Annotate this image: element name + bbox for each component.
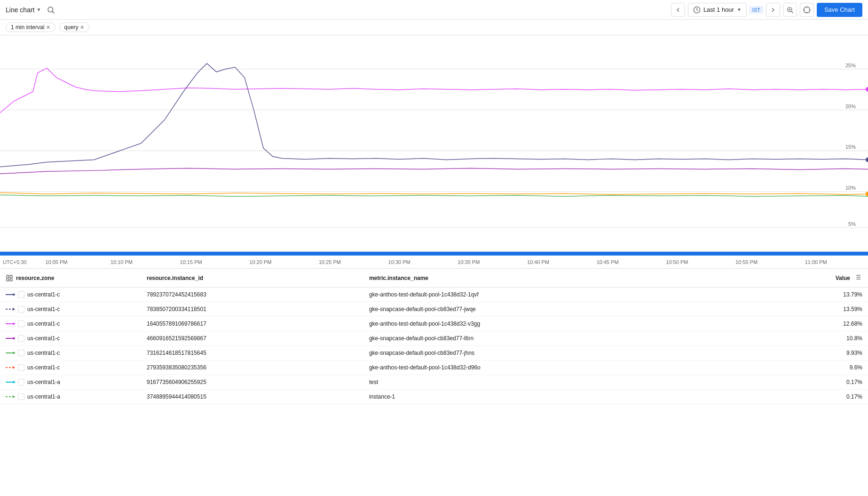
- cell-instance-id-2: 1640557891069786617: [141, 317, 363, 331]
- header-right: Last 1 hour ▼ IST Save Chart: [671, 3, 862, 17]
- svg-marker-44: [13, 352, 15, 354]
- cell-instance-name-5: gke-anthos-test-default-pool-1c438d32-d9…: [363, 360, 748, 375]
- cell-zone-2: us-central1-c: [27, 320, 60, 327]
- cell-controls-7: us-central1-a: [0, 390, 141, 404]
- timeline-handle[interactable]: [862, 252, 868, 256]
- cell-controls-1: us-central1-c: [0, 302, 141, 317]
- row-checkbox-6[interactable]: [18, 379, 24, 385]
- cell-instance-id-7: 3748895944414080515: [141, 390, 363, 404]
- row-checkbox-4[interactable]: [18, 350, 24, 356]
- save-chart-button[interactable]: Save Chart: [817, 3, 862, 17]
- zoom-button[interactable]: [783, 3, 797, 17]
- filter-chip-query-close[interactable]: ×: [80, 24, 84, 31]
- table-row: us-central1-c 7838507200334118501gke-sna…: [0, 302, 868, 317]
- row-checkbox-7[interactable]: [18, 393, 24, 400]
- line-chart-svg: 25% 20% 15% 10% 5%: [0, 35, 868, 251]
- cell-instance-id-0: 7892370724452415683: [141, 288, 363, 302]
- nav-prev-button[interactable]: [671, 3, 685, 17]
- cell-instance-name-6: test: [363, 375, 748, 390]
- line-style-icon: [6, 292, 15, 297]
- line-style-icon: [6, 365, 15, 370]
- time-range-label: Last 1 hour: [703, 6, 734, 13]
- search-icon: [47, 6, 55, 14]
- svg-marker-38: [13, 308, 15, 311]
- svg-marker-50: [13, 395, 15, 398]
- row-checkbox-2[interactable]: [18, 320, 24, 327]
- svg-text:25%: 25%: [845, 63, 856, 68]
- col-label-resource-zone: resource.zone: [16, 275, 54, 281]
- svg-marker-46: [13, 366, 15, 369]
- time-label-7: 10:35 PM: [458, 259, 480, 265]
- filter-chip-interval[interactable]: 1 min interval ×: [6, 23, 55, 32]
- svg-text:20%: 20%: [845, 104, 856, 109]
- filter-chip-interval-label: 1 min interval: [11, 24, 44, 31]
- col-header-value: Value: [748, 269, 868, 288]
- crosshair-button[interactable]: [800, 3, 814, 17]
- chart-type-dropdown[interactable]: Line chart ▼: [6, 6, 41, 14]
- cell-instance-name-7: instance-1: [363, 390, 748, 404]
- svg-point-23: [866, 87, 868, 92]
- time-range-dropdown-arrow: ▼: [737, 7, 742, 12]
- time-label-5: 10:25 PM: [319, 259, 341, 265]
- data-table-container: resource.zone resource.instance_id metri…: [0, 269, 868, 496]
- table-header: resource.zone resource.instance_id metri…: [0, 269, 868, 288]
- cell-value-1: 13.59%: [748, 302, 868, 317]
- nav-next-button[interactable]: [766, 3, 780, 17]
- grid-icon: [6, 274, 13, 282]
- time-label-3: 10:15 PM: [180, 259, 202, 265]
- cell-zone-6: us-central1-a: [27, 379, 60, 385]
- filter-chip-query[interactable]: query ×: [59, 23, 89, 32]
- cell-value-0: 13.79%: [748, 288, 868, 302]
- time-label-9: 10:45 PM: [597, 259, 619, 265]
- line-style-icon: [6, 351, 15, 355]
- zoom-icon: [786, 6, 794, 14]
- time-label-8: 10:40 PM: [527, 259, 549, 265]
- cell-value-5: 9.6%: [748, 360, 868, 375]
- cell-controls-4: us-central1-c: [0, 346, 141, 360]
- line-style-icon: [6, 336, 15, 341]
- time-label-2: 10:10 PM: [110, 259, 133, 265]
- cell-zone-4: us-central1-c: [27, 350, 60, 356]
- chevron-left-icon: [674, 6, 682, 14]
- cell-controls-6: us-central1-a: [0, 375, 141, 390]
- time-label-6: 10:30 PM: [388, 259, 410, 265]
- columns-icon: [854, 273, 861, 281]
- line-style-icon: [6, 380, 15, 384]
- timeline-fill: [0, 252, 868, 256]
- cell-value-4: 9.93%: [748, 346, 868, 360]
- table-body: us-central1-c 7892370724452415683gke-ant…: [0, 288, 868, 404]
- time-label-10: 10:50 PM: [666, 259, 688, 265]
- filter-chip-interval-close[interactable]: ×: [46, 24, 50, 31]
- cell-instance-id-6: 9167735604906255925: [141, 375, 363, 390]
- svg-marker-42: [13, 337, 15, 340]
- cell-value-3: 10.8%: [748, 331, 868, 346]
- svg-rect-26: [10, 275, 12, 278]
- cell-instance-name-2: gke-anthos-test-default-pool-1c438d32-v3…: [363, 317, 748, 331]
- time-label-11: 10:55 PM: [735, 259, 758, 265]
- col-label-value: Value: [836, 275, 850, 281]
- table-row: us-central1-c 7316214618517815645gke-sna…: [0, 346, 868, 360]
- header-left: Line chart ▼: [6, 4, 57, 16]
- time-label-4: 10:20 PM: [249, 259, 271, 265]
- svg-marker-36: [13, 293, 15, 296]
- columns-settings-button[interactable]: [853, 272, 862, 283]
- row-checkbox-0[interactable]: [18, 291, 24, 298]
- search-button[interactable]: [45, 4, 57, 16]
- time-axis: UTC+5:30 10:05 PM 10:10 PM 10:15 PM 10:2…: [0, 256, 868, 269]
- svg-point-24: [866, 192, 868, 196]
- chart-type-label: Line chart: [6, 6, 34, 14]
- cell-instance-name-4: gke-snapcase-default-pool-cb83ed77-jhns: [363, 346, 748, 360]
- line-style-icon: [6, 394, 15, 399]
- row-checkbox-1[interactable]: [18, 306, 24, 312]
- col-header-resource-zone: resource.zone: [0, 269, 141, 288]
- svg-line-4: [791, 11, 793, 13]
- svg-marker-48: [13, 381, 15, 384]
- row-checkbox-3[interactable]: [18, 335, 24, 342]
- row-checkbox-5[interactable]: [18, 364, 24, 371]
- time-range-selector[interactable]: Last 1 hour ▼: [688, 3, 747, 17]
- filter-bar: 1 min interval × query ×: [0, 20, 868, 35]
- cell-value-6: 0.17%: [748, 375, 868, 390]
- dropdown-arrow-icon: ▼: [36, 7, 41, 12]
- cell-controls-0: us-central1-c: [0, 288, 141, 302]
- cell-zone-0: us-central1-c: [27, 291, 60, 298]
